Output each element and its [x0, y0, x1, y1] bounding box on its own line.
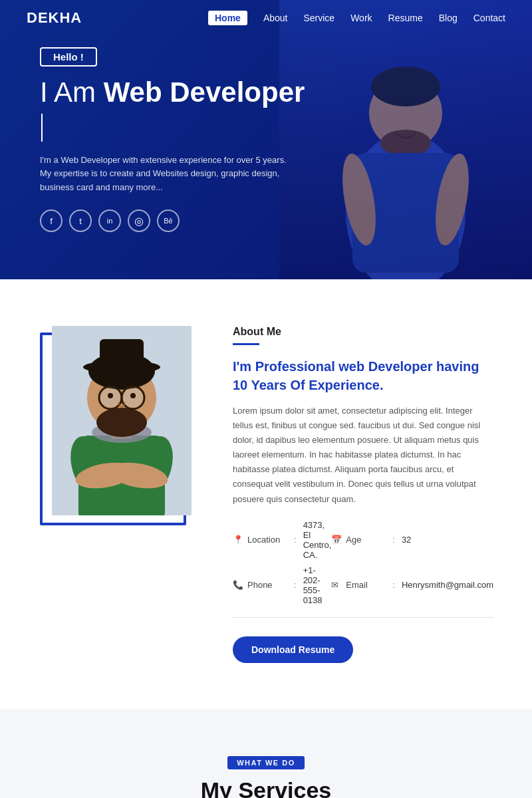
email-icon: ✉	[331, 580, 342, 590]
nav-about[interactable]: About	[263, 13, 288, 23]
hero-content: Hello ! I Am Web Developer I'm a Web Dev…	[0, 47, 346, 232]
hero-title-thin: I Am	[40, 76, 104, 108]
nav-blog[interactable]: Blog	[439, 13, 458, 23]
social-links: f t in ◎ Bē	[40, 209, 306, 232]
about-section: About Me I'm Professional web Developer …	[0, 279, 532, 710]
svg-point-16	[96, 408, 147, 437]
svg-point-25	[108, 393, 113, 398]
hero-title: I Am Web Developer	[40, 76, 306, 143]
location-icon: 📍	[233, 535, 243, 545]
about-person-svg	[52, 326, 192, 515]
age-icon: 📅	[331, 535, 342, 545]
phone-icon: 📞	[233, 580, 243, 590]
detail-location: 📍 Location : 4373, El Centro, CA.	[233, 520, 331, 560]
social-linkedin[interactable]: in	[98, 209, 121, 232]
hero-description: I'm a Web Developer with extensive exper…	[40, 154, 293, 195]
nav-service[interactable]: Service	[303, 13, 334, 23]
svg-rect-24	[100, 339, 144, 368]
hero-section: Hello ! I Am Web Developer I'm a Web Dev…	[0, 0, 532, 279]
about-headline: I'm Professional web Developer having 10…	[233, 357, 493, 394]
about-photo	[52, 326, 192, 515]
detail-age: 📅 Age : 32	[331, 520, 493, 560]
phone-label: Phone	[247, 580, 287, 590]
services-section: WHAT WE DO My Services Lorem ipsum dolor…	[0, 710, 532, 798]
email-value: Henrysmith@gmail.com	[402, 580, 493, 590]
about-paragraph: Lorem ipsum dolor sit amet, consectetur …	[233, 404, 493, 507]
svg-point-3	[371, 66, 440, 106]
social-instagram[interactable]: ◎	[128, 209, 150, 232]
nav-work[interactable]: Work	[350, 13, 372, 23]
about-image-wrapper	[40, 326, 200, 525]
social-twitter[interactable]: t	[69, 209, 92, 232]
nav-contact[interactable]: Contact	[473, 13, 505, 23]
navbar: DEKHA Home About Service Work Resume Blo…	[0, 0, 532, 36]
social-behance[interactable]: Bē	[157, 209, 180, 232]
nav-resume[interactable]: Resume	[388, 13, 423, 23]
site-logo[interactable]: DEKHA	[27, 9, 82, 27]
email-label: Email	[346, 580, 386, 590]
detail-phone: 📞 Phone : +1-202-555-0138	[233, 565, 331, 605]
services-title: My Services	[40, 777, 492, 798]
download-resume-button[interactable]: Download Resume	[233, 636, 353, 663]
social-facebook[interactable]: f	[40, 209, 63, 232]
nav-links: Home About Service Work Resume Blog Cont…	[208, 12, 505, 24]
cursor-blink	[41, 114, 43, 142]
age-value: 32	[402, 535, 411, 545]
hello-badge: Hello !	[40, 47, 97, 66]
nav-home[interactable]: Home	[208, 11, 247, 25]
about-divider	[233, 343, 259, 345]
about-details: 📍 Location : 4373, El Centro, CA. 📅 Age …	[233, 520, 493, 618]
svg-point-26	[130, 393, 136, 398]
phone-value: +1-202-555-0138	[303, 565, 332, 605]
about-content: About Me I'm Professional web Developer …	[233, 326, 493, 663]
svg-point-2	[380, 130, 431, 156]
age-label: Age	[346, 535, 386, 545]
services-badge: WHAT WE DO	[227, 756, 305, 769]
detail-email: ✉ Email : Henrysmith@gmail.com	[331, 565, 493, 605]
location-label: Location	[247, 535, 287, 545]
location-value: 4373, El Centro, CA.	[303, 520, 332, 560]
about-section-label: About Me	[233, 326, 493, 338]
